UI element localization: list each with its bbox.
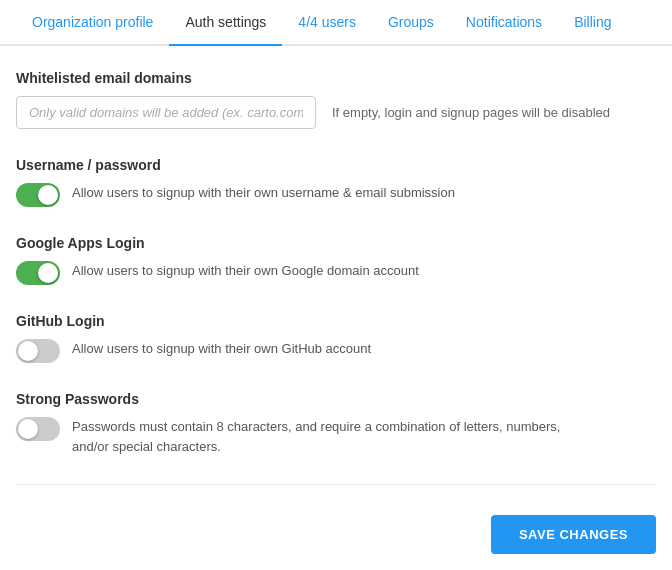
nav-tab-billing[interactable]: Billing	[558, 0, 627, 44]
footer-divider	[16, 484, 656, 485]
toggle-label-google-apps-login: Allow users to signup with their own Goo…	[72, 261, 419, 281]
toggle-label-username-password: Allow users to signup with their own use…	[72, 183, 455, 203]
toggle-label-github-login: Allow users to signup with their own Git…	[72, 339, 371, 359]
toggle-label-strong-passwords: Passwords must contain 8 characters, and…	[72, 417, 592, 456]
toggle-github-login[interactable]	[16, 339, 60, 363]
nav-tab-org-profile[interactable]: Organization profile	[16, 0, 169, 44]
toggle-settings-container: Username / passwordAllow users to signup…	[16, 157, 656, 456]
toggle-row-google-apps-login: Allow users to signup with their own Goo…	[16, 261, 656, 285]
nav-tab-auth-settings[interactable]: Auth settings	[169, 0, 282, 44]
toggle-thumb-username-password	[38, 185, 58, 205]
save-changes-button[interactable]: SAVE CHANGES	[491, 515, 656, 554]
toggle-row-github-login: Allow users to signup with their own Git…	[16, 339, 656, 363]
toggle-strong-passwords[interactable]	[16, 417, 60, 441]
nav-tab-users[interactable]: 4/4 users	[282, 0, 372, 44]
setting-title-google-apps-login: Google Apps Login	[16, 235, 656, 251]
toggle-row-username-password: Allow users to signup with their own use…	[16, 183, 656, 207]
toggle-google-apps-login[interactable]	[16, 261, 60, 285]
email-domains-hint: If empty, login and signup pages will be…	[332, 105, 610, 120]
content-area: Whitelisted email domains If empty, logi…	[0, 46, 672, 517]
setting-section-strong-passwords: Strong PasswordsPasswords must contain 8…	[16, 391, 656, 456]
toggle-thumb-strong-passwords	[18, 419, 38, 439]
toggle-row-strong-passwords: Passwords must contain 8 characters, and…	[16, 417, 656, 456]
whitelisted-section: Whitelisted email domains If empty, logi…	[16, 70, 656, 129]
setting-section-google-apps-login: Google Apps LoginAllow users to signup w…	[16, 235, 656, 285]
setting-title-username-password: Username / password	[16, 157, 656, 173]
nav-tab-groups[interactable]: Groups	[372, 0, 450, 44]
nav-tabs: Organization profileAuth settings4/4 use…	[0, 0, 672, 46]
setting-title-github-login: GitHub Login	[16, 313, 656, 329]
toggle-username-password[interactable]	[16, 183, 60, 207]
footer: SAVE CHANGES	[0, 499, 672, 570]
nav-tab-notifications[interactable]: Notifications	[450, 0, 558, 44]
setting-title-strong-passwords: Strong Passwords	[16, 391, 656, 407]
setting-section-github-login: GitHub LoginAllow users to signup with t…	[16, 313, 656, 363]
toggle-thumb-github-login	[18, 341, 38, 361]
whitelisted-input-row: If empty, login and signup pages will be…	[16, 96, 656, 129]
whitelisted-title: Whitelisted email domains	[16, 70, 656, 86]
setting-section-username-password: Username / passwordAllow users to signup…	[16, 157, 656, 207]
toggle-thumb-google-apps-login	[38, 263, 58, 283]
email-domains-input[interactable]	[16, 96, 316, 129]
